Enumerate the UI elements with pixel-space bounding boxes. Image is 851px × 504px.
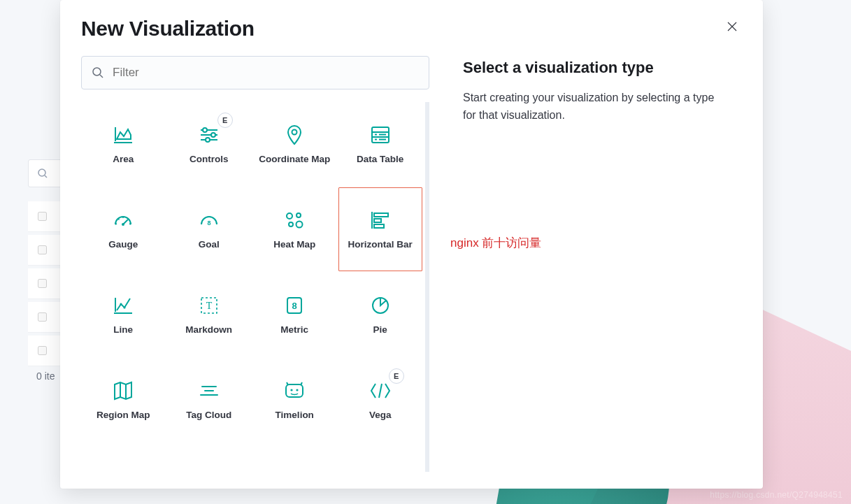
viz-tile-goal[interactable]: Goal (167, 187, 252, 271)
help-description: Start creating your visualization by sel… (463, 89, 729, 124)
tag-cloud-icon (197, 379, 221, 403)
close-button[interactable] (722, 17, 742, 36)
viz-picker-panel: AreaControlsECoordinate MapData TableGau… (81, 56, 429, 472)
viz-tile-vega[interactable]: VegaE (338, 358, 423, 442)
markdown-icon (197, 294, 221, 317)
viz-tile-region-map[interactable]: Region Map (81, 358, 166, 442)
heat-map-icon (283, 208, 306, 232)
viz-label: Tag Cloud (183, 410, 234, 422)
gauge-icon (111, 208, 135, 232)
viz-scroll-area: AreaControlsECoordinate MapData TableGau… (81, 102, 429, 472)
filter-input[interactable] (113, 66, 419, 80)
filter-box[interactable] (81, 56, 429, 89)
experimental-badge: E (217, 113, 233, 128)
viz-tile-metric[interactable]: Metric (252, 273, 337, 357)
viz-label: Pie (371, 324, 390, 336)
experimental-badge: E (389, 368, 404, 384)
viz-label: Horizontal Bar (345, 239, 415, 251)
horizontal-bar-icon (369, 208, 392, 232)
viz-label: Data Table (354, 154, 406, 166)
viz-tile-area[interactable]: Area (81, 102, 166, 186)
vega-icon (369, 379, 392, 403)
svg-point-1 (93, 68, 101, 75)
viz-tile-line[interactable]: Line (81, 273, 166, 357)
viz-tile-data-table[interactable]: Data Table (338, 102, 423, 186)
viz-tile-controls[interactable]: ControlsE (167, 102, 252, 186)
data-table-icon (369, 123, 392, 147)
area-icon (111, 123, 135, 147)
svg-point-0 (38, 169, 45, 176)
controls-icon (197, 123, 221, 147)
viz-label: Gauge (106, 239, 141, 251)
viz-label: Timelion (273, 410, 317, 422)
viz-tile-tag-cloud[interactable]: Tag Cloud (167, 358, 252, 442)
modal-title: New Visualization (81, 17, 255, 41)
viz-label: Area (110, 154, 136, 166)
viz-label: Coordinate Map (256, 154, 333, 166)
viz-tile-pie[interactable]: Pie (338, 273, 423, 357)
metric-icon (283, 294, 306, 317)
search-icon (92, 66, 104, 79)
viz-label: Controls (187, 154, 231, 166)
background-count-label: 0 ite (36, 370, 55, 382)
viz-label: Heat Map (271, 239, 318, 251)
viz-tile-horizontal-bar[interactable]: Horizontal Bar (338, 187, 423, 271)
viz-label: Vega (366, 410, 394, 422)
close-icon (727, 21, 738, 32)
goal-icon (197, 208, 221, 232)
timelion-icon (283, 379, 306, 403)
viz-tile-markdown[interactable]: Markdown (167, 273, 252, 357)
viz-label: Goal (196, 239, 222, 251)
viz-label: Markdown (183, 324, 235, 336)
watermark: https://blog.csdn.net/Q274948451 (710, 490, 843, 500)
viz-tile-timelion[interactable]: Timelion (252, 358, 337, 442)
viz-tile-gauge[interactable]: Gauge (81, 187, 166, 271)
region-map-icon (111, 379, 135, 403)
coordinate-map-icon (283, 123, 306, 147)
viz-label: Metric (278, 324, 311, 336)
line-icon (111, 294, 135, 317)
annotation-text: nginx 前十访问量 (450, 235, 742, 251)
viz-label: Region Map (94, 410, 153, 422)
help-title: Select a visualization type (463, 59, 742, 77)
viz-tile-coordinate-map[interactable]: Coordinate Map (252, 102, 337, 186)
viz-tile-heat-map[interactable]: Heat Map (252, 187, 337, 271)
new-visualization-modal: New Visualization AreaControlsECoordinat… (60, 0, 763, 489)
pie-icon (369, 294, 392, 317)
sidebar-help: Select a visualization type Start creati… (463, 56, 742, 472)
viz-label: Line (110, 324, 136, 336)
